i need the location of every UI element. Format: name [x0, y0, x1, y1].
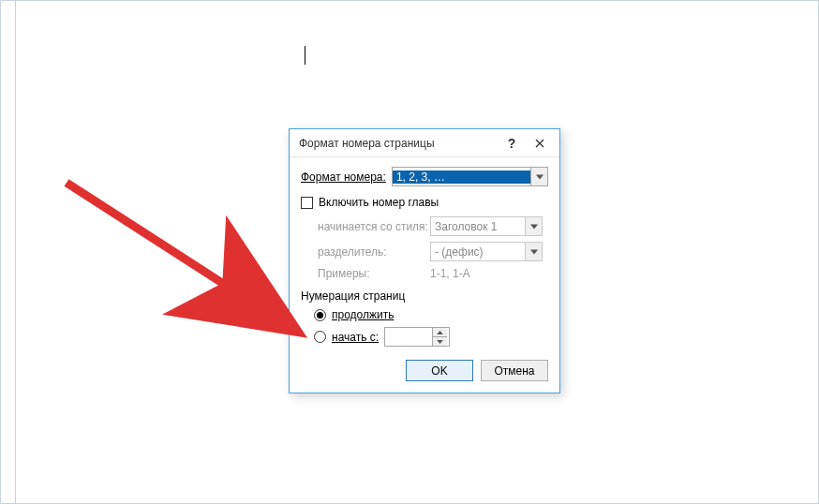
separator-value: - (дефис)	[431, 245, 525, 259]
separator-label: разделитель:	[318, 245, 430, 259]
ok-button[interactable]: OK	[406, 360, 473, 381]
spinner-down[interactable]	[433, 337, 447, 346]
close-icon	[535, 139, 544, 148]
start-at-label: начать с:	[332, 331, 379, 344]
chevron-up-icon	[437, 331, 443, 334]
include-chapter-label: Включить номер главы	[319, 196, 439, 209]
start-at-input[interactable]	[385, 328, 432, 346]
start-at-radio[interactable]	[314, 331, 326, 343]
chapter-style-value: Заголовок 1	[431, 220, 525, 233]
continue-label: продолжить	[332, 308, 394, 321]
cancel-button[interactable]: Отмена	[481, 360, 548, 381]
start-at-spinner[interactable]	[384, 327, 450, 347]
close-button[interactable]	[526, 132, 554, 155]
dialog-title: Формат номера страницы	[299, 137, 498, 150]
chapter-style-combo: Заголовок 1	[430, 216, 543, 236]
chevron-down-icon	[536, 174, 544, 180]
spinner-up[interactable]	[433, 328, 447, 337]
page-number-format-dialog: Формат номера страницы ? Формат номера: …	[289, 128, 560, 393]
number-format-dropdown-button[interactable]	[530, 168, 547, 185]
chevron-down-icon	[530, 224, 538, 230]
examples-row: Примеры: 1-1, 1-A	[318, 267, 548, 280]
number-format-row: Формат номера: 1, 2, 3, …	[301, 167, 548, 186]
chevron-down-icon	[437, 340, 443, 344]
numbering-group-title: Нумерация страниц	[301, 289, 548, 303]
chevron-down-icon	[530, 249, 538, 255]
examples-label: Примеры:	[318, 267, 430, 280]
examples-value: 1-1, 1-A	[430, 267, 543, 280]
dialog-actions: OK Отмена	[301, 360, 548, 381]
spinner-buttons	[432, 328, 447, 346]
separator-combo: - (дефис)	[430, 242, 543, 261]
include-chapter-checkbox[interactable]	[301, 197, 313, 209]
number-format-combo[interactable]: 1, 2, 3, …	[392, 167, 548, 186]
continue-radio[interactable]	[314, 309, 326, 321]
number-format-value: 1, 2, 3, …	[393, 170, 530, 184]
separator-dropdown-button	[525, 243, 542, 260]
text-cursor	[305, 46, 305, 65]
include-chapter-row[interactable]: Включить номер главы	[301, 196, 548, 209]
dialog-titlebar: Формат номера страницы ?	[290, 129, 559, 157]
chapter-style-row: начинается со стиля: Заголовок 1	[318, 216, 548, 236]
continue-radio-row[interactable]: продолжить	[314, 308, 548, 321]
number-format-label: Формат номера:	[301, 170, 386, 184]
chapter-style-dropdown-button	[525, 217, 542, 235]
dialog-body: Формат номера: 1, 2, 3, … Включить номер…	[290, 157, 559, 393]
chapter-style-label: начинается со стиля:	[318, 220, 430, 233]
separator-row: разделитель: - (дефис)	[318, 242, 548, 261]
start-at-radio-row[interactable]: начать с:	[314, 327, 548, 347]
help-button[interactable]: ?	[498, 132, 526, 155]
